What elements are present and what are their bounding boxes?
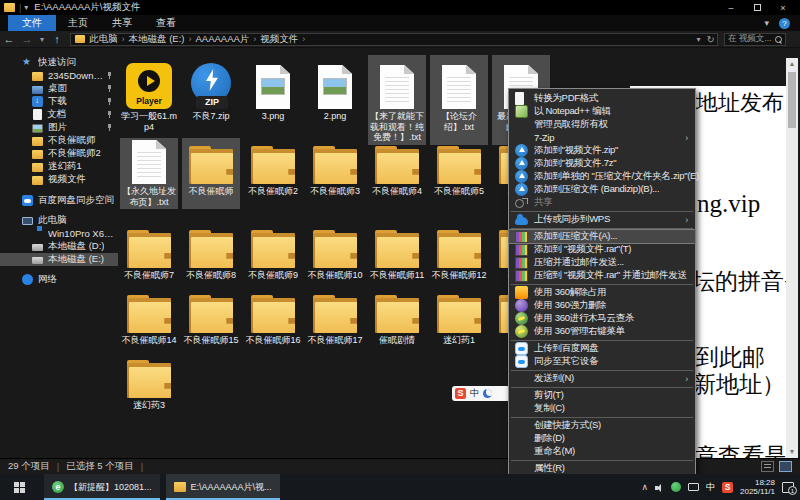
start-button[interactable] — [0, 474, 38, 500]
taskbar-task[interactable]: E:\AAAAAAA片\视... — [166, 474, 280, 500]
qat-dropdown-icon[interactable]: ▾ — [24, 3, 28, 12]
sogou-logo-icon[interactable]: S — [455, 388, 466, 399]
context-menu-item[interactable]: 共享 — [509, 196, 695, 209]
file-item[interactable]: 不良催眠师10 — [306, 222, 364, 283]
tab-home[interactable]: 主页 — [56, 15, 100, 31]
sidebar-item[interactable]: 本地磁盘 (E:) — [0, 253, 118, 266]
context-menu-item[interactable]: 删除(D) — [509, 432, 695, 445]
sogou-tray-icon[interactable]: S — [722, 482, 733, 493]
maximize-button[interactable] — [744, 0, 770, 15]
file-item[interactable]: 【论坛介绍】.txt — [430, 55, 488, 145]
file-item[interactable]: 不良催眠师15 — [182, 287, 240, 348]
address-bar[interactable]: 此电脑›本地磁盘 (E:)›AAAAAAA片›视频文件› ▾ ↻ — [70, 33, 718, 46]
tray-expand-icon[interactable]: ∧ — [641, 482, 648, 492]
tab-share[interactable]: 共享 — [100, 15, 144, 31]
context-menu-item[interactable]: 添加到压缩文件(A)... — [509, 230, 695, 243]
scroll-up-icon[interactable]: ▲ — [789, 58, 796, 70]
address-dropdown-icon[interactable]: ▾ — [697, 35, 701, 44]
context-menu-item[interactable]: 压缩并通过邮件发送... — [509, 256, 695, 269]
sidebar-item[interactable]: 不良催眠师 — [0, 134, 118, 147]
sidebar-item[interactable]: 本地磁盘 (D:) — [0, 240, 118, 253]
breadcrumb-item[interactable]: 此电脑 — [89, 33, 118, 46]
recent-locations-icon[interactable]: ▾ — [36, 35, 48, 44]
file-item[interactable]: 不良催眠师 — [182, 138, 240, 209]
context-menu-item[interactable]: 添加到单独的 "压缩文件/文件夹名.zip"(E) — [509, 170, 695, 183]
context-menu-item[interactable]: 7-Zip› — [509, 131, 695, 144]
sidebar-item[interactable]: 2345Downloads — [0, 69, 118, 82]
context-menu-item[interactable]: 上传或同步到WPS› — [509, 213, 695, 226]
360-tray-icon[interactable] — [671, 482, 681, 492]
context-menu-item[interactable]: 发送到(N)› — [509, 372, 695, 385]
sidebar-item[interactable]: 桌面 — [0, 82, 118, 95]
moon-icon[interactable] — [483, 389, 492, 398]
context-menu-item[interactable]: 上传到百度网盘 — [509, 342, 695, 355]
file-item[interactable]: 迷幻药3 — [120, 352, 178, 413]
file-item[interactable]: 不良催眠师4 — [368, 138, 426, 209]
details-view-icon[interactable] — [761, 461, 774, 472]
clock[interactable]: 18:28 2025/11/1 — [740, 478, 775, 496]
file-item[interactable]: 【永久地址发布页】.txt — [120, 138, 178, 209]
context-menu-item[interactable]: 添加到压缩文件 (Bandizip)(B)... — [509, 183, 695, 196]
file-item[interactable]: 不良催眠师12 — [430, 222, 488, 283]
help-icon[interactable]: ? — [779, 18, 790, 29]
breadcrumb-item[interactable]: 视频文件 — [260, 33, 298, 46]
context-menu-item[interactable]: 创建快捷方式(S) — [509, 419, 695, 432]
sidebar-section-1[interactable]: 百度网盘同步空间 — [0, 194, 118, 207]
scroll-down-icon[interactable]: ▼ — [789, 446, 796, 458]
file-item[interactable]: 不良催眠师2 — [244, 138, 302, 209]
context-menu-item[interactable]: 重命名(M) — [509, 445, 695, 458]
sidebar-item[interactable]: 迷幻药1 — [0, 160, 118, 173]
file-item[interactable]: 不良催眠师3 — [306, 138, 364, 209]
document-scrollbar[interactable]: ▲ ▼ — [786, 58, 798, 458]
file-item[interactable]: 不良催眠师8 — [182, 222, 240, 283]
ime-mode-indicator[interactable]: 中 — [470, 387, 479, 400]
file-item[interactable]: 3.png — [244, 55, 302, 145]
sidebar-item[interactable]: Win10Pro X64 (C:) — [0, 227, 118, 240]
refresh-icon[interactable]: ↻ — [707, 34, 715, 45]
context-menu-item[interactable]: 压缩到 "视频文件.rar" 并通过邮件发送 — [509, 269, 695, 282]
context-menu-item[interactable]: 添加到"视频文件.7z" — [509, 157, 695, 170]
up-button[interactable]: ↑ — [48, 33, 66, 45]
sidebar-item[interactable]: 不良催眠师2 — [0, 147, 118, 160]
scrollbar-thumb[interactable] — [788, 72, 796, 128]
sidebar-section-3[interactable]: 网络 — [0, 273, 118, 286]
file-item[interactable]: 不良催眠师11 — [368, 222, 426, 283]
sidebar-item[interactable]: 视频文件 — [0, 173, 118, 186]
thumbnails-view-icon[interactable] — [779, 461, 792, 472]
sidebar-section-2[interactable]: 此电脑 — [0, 214, 118, 227]
file-item[interactable]: Player学习一般61.mp4 — [120, 55, 178, 145]
breadcrumb-item[interactable]: 本地磁盘 (E:) — [129, 33, 185, 46]
file-item[interactable]: 不良催眠师14 — [120, 287, 178, 348]
sidebar-item[interactable]: 文档 — [0, 108, 118, 121]
breadcrumb-item[interactable]: AAAAAAA片 — [195, 33, 249, 46]
sidebar-item[interactable]: 图片 — [0, 121, 118, 134]
close-button[interactable]: × — [770, 0, 796, 15]
context-menu-item[interactable]: 复制(C) — [509, 402, 695, 415]
action-center-icon[interactable]: 1 — [782, 482, 794, 493]
forward-button[interactable]: → — [18, 33, 36, 45]
network-icon[interactable] — [688, 483, 699, 491]
file-item[interactable]: 【来了就能下载和观看！纯免费！】.txt — [368, 55, 426, 145]
context-menu-item[interactable]: 管理员取得所有权 — [509, 118, 695, 131]
sogou-ime-bar[interactable]: S 中 — [452, 386, 510, 401]
context-menu-item[interactable]: 以 Notepad++ 编辑 — [509, 105, 695, 118]
back-button[interactable]: ← — [0, 33, 18, 45]
file-item[interactable]: ZIP不良7.zip — [182, 55, 240, 145]
file-item[interactable]: 不良催眠师7 — [120, 222, 178, 283]
file-item[interactable]: 不良催眠师17 — [306, 287, 364, 348]
ribbon-expand-icon[interactable]: ▾ — [764, 18, 769, 28]
ime-language-indicator[interactable]: 中 — [706, 481, 715, 494]
file-item[interactable]: 迷幻药1 — [430, 287, 488, 348]
context-menu-item[interactable]: 转换为PDF格式 — [509, 92, 695, 105]
context-menu-item[interactable]: 使用 360强力删除 — [509, 299, 695, 312]
file-item[interactable]: 不良催眠师9 — [244, 222, 302, 283]
sidebar-item[interactable]: 下载 — [0, 95, 118, 108]
context-menu-item[interactable]: 同步至其它设备 — [509, 355, 695, 368]
sidebar-section-0[interactable]: 快速访问 — [0, 56, 118, 69]
context-menu-item[interactable]: 使用 360解除占用 — [509, 286, 695, 299]
tab-file[interactable]: 文件 — [8, 15, 56, 31]
minimize-button[interactable]: – — [718, 0, 744, 15]
search-box[interactable]: 在 视频文... — [724, 33, 786, 46]
context-menu-item[interactable]: 添加到"视频文件.zip" — [509, 144, 695, 157]
volume-icon[interactable] — [655, 483, 664, 492]
